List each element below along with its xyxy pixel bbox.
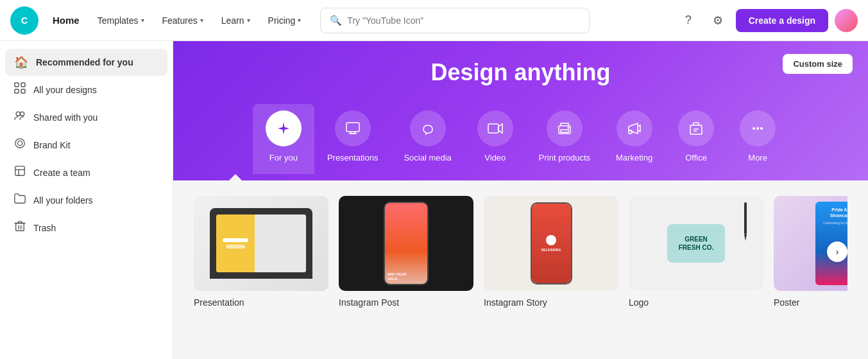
- category-presentations[interactable]: Presentations: [314, 104, 391, 174]
- grid-icon: [14, 82, 26, 97]
- search-input[interactable]: [347, 15, 580, 26]
- home-icon: 🏠: [14, 55, 28, 69]
- sidebar: 🏠 Recommended for you All your designs: [0, 41, 173, 359]
- hero-title: Design anything: [199, 59, 842, 86]
- main-layout: 🏠 Recommended for you All your designs: [0, 41, 868, 359]
- category-for-you[interactable]: For you: [253, 104, 314, 174]
- svg-point-25: [756, 127, 759, 130]
- nav-templates[interactable]: Templates ▾: [91, 12, 151, 30]
- svg-marker-28: [744, 234, 747, 241]
- svg-rect-18: [561, 130, 568, 132]
- learn-chevron-icon: ▾: [247, 17, 250, 24]
- sidebar-item-brand-kit[interactable]: Brand Kit: [5, 131, 167, 159]
- category-office[interactable]: Office: [665, 104, 727, 174]
- hero-banner: Design anything Custom size For you: [173, 41, 868, 180]
- nav-features[interactable]: Features ▾: [156, 12, 210, 30]
- svg-point-26: [760, 127, 763, 130]
- nav-learn[interactable]: Learn ▾: [215, 12, 257, 30]
- template-thumb-instagram-post: MID-YEARSALE: [339, 196, 473, 291]
- canva-logo[interactable]: C: [10, 6, 38, 35]
- nav-pricing[interactable]: Pricing ▾: [262, 12, 308, 30]
- templates-chevron-icon: ▾: [141, 17, 144, 24]
- logo-badge-text: GREEN: [685, 236, 708, 243]
- svg-rect-4: [15, 89, 19, 93]
- team-icon: [14, 165, 26, 180]
- logo-card: GREEN FRESH CO.: [667, 224, 725, 263]
- poster-subtitle: Celebrating Art & Culture: [823, 221, 847, 225]
- nav-home[interactable]: Home: [46, 11, 86, 30]
- svg-point-19: [567, 127, 569, 129]
- template-card-instagram-post[interactable]: MID-YEARSALE Instagram Post: [339, 196, 473, 308]
- story-text: DELIVERING: [541, 248, 561, 252]
- screen-bar-1: [223, 238, 248, 242]
- social-media-icon: [410, 110, 446, 146]
- category-social-media[interactable]: Social media: [391, 104, 464, 174]
- category-row: For you Presentations: [199, 104, 842, 174]
- story-logo: [546, 235, 556, 245]
- create-design-button[interactable]: Create a design: [736, 9, 828, 32]
- nav-right: ? ⚙ Create a design: [677, 9, 858, 32]
- search-bar[interactable]: 🔍: [320, 8, 590, 33]
- template-thumb-logo: GREEN FRESH CO.: [629, 196, 763, 291]
- sidebar-item-folders[interactable]: All your folders: [5, 186, 167, 214]
- category-marketing[interactable]: Marketing: [603, 104, 665, 174]
- svg-rect-10: [15, 166, 24, 175]
- folder-icon: [14, 193, 26, 207]
- navbar: C Home Templates ▾ Features ▾ Learn ▾ Pr…: [0, 0, 868, 41]
- svg-rect-5: [21, 89, 25, 93]
- screen-bar-2: [226, 245, 245, 249]
- features-chevron-icon: ▾: [200, 17, 203, 24]
- print-products-icon: [547, 110, 583, 146]
- laptop-shape: [210, 208, 312, 279]
- for-you-icon: [266, 110, 302, 146]
- svg-rect-21: [690, 125, 702, 134]
- office-icon: [678, 110, 714, 146]
- avatar[interactable]: [835, 9, 858, 32]
- pen-decoration: [740, 202, 751, 241]
- search-icon: 🔍: [330, 15, 342, 26]
- category-print-products[interactable]: Print products: [526, 104, 603, 174]
- template-card-logo[interactable]: GREEN FRESH CO. Logo: [629, 196, 763, 308]
- sidebar-item-trash[interactable]: Trash: [5, 214, 167, 241]
- marketing-icon: [617, 110, 652, 146]
- svg-rect-27: [744, 202, 747, 234]
- custom-size-button[interactable]: Custom size: [783, 54, 853, 74]
- presentations-icon: [335, 110, 371, 146]
- brand-icon: [14, 137, 26, 152]
- next-arrow-button[interactable]: ›: [827, 241, 847, 262]
- phone-mockup-post: MID-YEARSALE: [384, 202, 429, 285]
- svg-point-24: [753, 127, 755, 130]
- settings-icon[interactable]: ⚙: [706, 9, 729, 32]
- svg-point-7: [20, 112, 24, 116]
- screen-left: [216, 215, 255, 272]
- template-label-instagram-story: Instagram Story: [484, 297, 547, 308]
- category-more[interactable]: More: [727, 104, 788, 174]
- svg-rect-14: [346, 123, 359, 132]
- svg-point-8: [15, 139, 24, 148]
- poster-title: Pride ArtShowcase: [830, 207, 847, 218]
- sidebar-item-all-designs[interactable]: All your designs: [5, 76, 167, 103]
- template-card-presentation[interactable]: Presentation: [194, 196, 328, 308]
- template-card-instagram-story[interactable]: DELIVERING Instagram Story: [484, 196, 618, 308]
- insta-content: MID-YEARSALE: [385, 203, 427, 284]
- pricing-chevron-icon: ▾: [298, 17, 301, 24]
- more-icon: [740, 110, 776, 146]
- template-thumb-presentation: [194, 196, 328, 291]
- svg-point-6: [16, 112, 20, 116]
- template-label-poster: Poster: [774, 297, 799, 308]
- help-icon[interactable]: ?: [677, 9, 700, 32]
- category-video[interactable]: Video: [464, 104, 526, 174]
- svg-rect-3: [21, 83, 25, 87]
- sidebar-item-create-team[interactable]: Create a team: [5, 159, 167, 186]
- story-content: DELIVERING: [532, 204, 571, 283]
- sidebar-item-shared[interactable]: Shared with you: [5, 103, 167, 131]
- svg-rect-2: [15, 83, 19, 87]
- shared-icon: [14, 110, 26, 125]
- template-label-instagram-post: Instagram Post: [339, 297, 399, 308]
- sale-text: MID-YEARSALE: [387, 272, 425, 281]
- sidebar-item-recommended[interactable]: 🏠 Recommended for you: [5, 49, 167, 76]
- template-thumb-instagram-story: DELIVERING: [484, 196, 618, 291]
- templates-section: Presentation MID-YEARSALE Instagram Post: [173, 180, 868, 323]
- story-phone: DELIVERING: [531, 202, 572, 285]
- template-grid: Presentation MID-YEARSALE Instagram Post: [194, 196, 847, 308]
